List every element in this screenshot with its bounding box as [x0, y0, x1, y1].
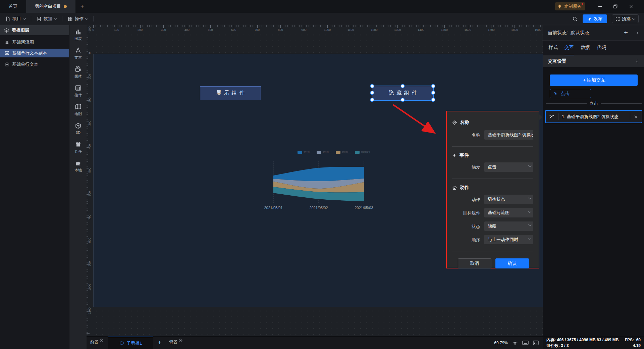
click-event-tag[interactable]: 点击 [550, 89, 591, 98]
component-count-stat: 组件数: 3 / 3 [546, 343, 569, 349]
selection-handle[interactable] [401, 85, 404, 88]
menu-project[interactable]: 项目 [0, 13, 31, 25]
layer-item[interactable]: 基础河流图 [0, 38, 69, 47]
add-state-icon[interactable]: + [624, 29, 628, 37]
layer-item-label: 基础单行文本副本 [12, 50, 47, 56]
ruler-label: 900 [88, 259, 91, 269]
dialog-divider [452, 251, 533, 251]
new-tab-button[interactable]: + [75, 0, 89, 13]
minimize-button[interactable] [592, 0, 608, 13]
restore-button[interactable] [608, 0, 623, 13]
tab-样式[interactable]: 样式 [548, 41, 558, 55]
menu-project-label: 项目 [12, 16, 21, 22]
tab-代码[interactable]: 代码 [597, 41, 606, 55]
action-select[interactable]: 切换状态 [484, 195, 533, 204]
close-button[interactable] [623, 0, 639, 13]
menu-data[interactable]: 数据 [31, 13, 62, 25]
add-foreground-icon[interactable] [99, 338, 104, 343]
selection-handle[interactable] [432, 85, 435, 88]
add-interaction-button[interactable]: ＋添加交互 [550, 74, 638, 86]
layer-item[interactable]: 基础单行文本 [0, 60, 69, 69]
add-background-icon[interactable] [178, 338, 183, 343]
river-chart-component[interactable]: 示例一示例二示例三示例四 2021/05/012021/05/022021/05… [267, 149, 371, 215]
target-component-select[interactable]: 基础河流图 [484, 208, 533, 217]
interaction-list-item[interactable]: 1. 基础平滑折线图2-切换状态 [545, 110, 642, 123]
chevron-down-icon [23, 17, 26, 20]
sidebar-item-图表[interactable]: 图表 [69, 25, 87, 44]
sidebar-item-label: 3D [76, 131, 80, 135]
chevron-down-icon [632, 17, 636, 20]
search-icon[interactable] [572, 16, 578, 22]
terminal-icon[interactable] [533, 340, 539, 345]
widget-icon [75, 85, 82, 91]
menu-operation[interactable]: 操作 [62, 13, 93, 25]
sidebar-item-label: 图表 [74, 36, 82, 41]
ruler-label: 1500 [441, 28, 448, 32]
sidebar-item-本地[interactable]: 本地 [69, 157, 87, 176]
legend-item[interactable]: 示例二 [317, 150, 332, 154]
legend-label: 示例一 [304, 150, 313, 154]
state-select[interactable]: 隐藏 [484, 221, 533, 231]
subboard-tab[interactable]: 子看板1 [108, 337, 153, 349]
selection-handle[interactable] [371, 85, 374, 88]
custom-service-badge[interactable]: 定制服务 [555, 2, 585, 10]
fit-screen-icon[interactable] [512, 340, 518, 346]
preview-button[interactable]: 预览 [612, 14, 639, 23]
add-board-button[interactable]: + [153, 337, 166, 349]
hide-component-button[interactable]: 隐藏组件 [372, 86, 434, 101]
sidebar-item-套件[interactable]: 套件 [69, 138, 87, 157]
trigger-select[interactable]: 点击 [484, 162, 533, 172]
tab-project[interactable]: 我的空白项目 [26, 0, 75, 13]
order-select[interactable]: 与上一动作同时 [484, 235, 533, 244]
interaction-dialog: 名称 名称 基础平滑折线图2-切换状 事件 触发 点击 动作 动作 切换状态 目… [446, 111, 539, 268]
foreground-label: 前景 [90, 339, 99, 345]
legend-label: 示例二 [323, 150, 332, 154]
zoom-level[interactable]: 69.79% [494, 341, 508, 345]
ruler-label: 800 [88, 235, 91, 245]
paper-plane-icon [587, 17, 592, 21]
text-component-icon [5, 62, 9, 67]
name-input[interactable]: 基础平滑折线图2-切换状 [484, 130, 533, 140]
selection-handle[interactable] [432, 91, 435, 94]
selection-handle[interactable] [432, 98, 435, 101]
ruler-label: 700 [88, 212, 91, 222]
dialog-row-action: 动作 切换状态 [447, 195, 539, 204]
sidebar-item-文本[interactable]: 文本 [69, 44, 87, 63]
sidebar-item-3D[interactable]: 3D [69, 119, 87, 138]
legend-swatch [355, 151, 360, 154]
status-box: 内存: 406 / 3675 / 4096 MB 83 / 489 MB FPS… [543, 336, 644, 349]
tab-数据[interactable]: 数据 [581, 41, 590, 55]
sidebar-item-控件[interactable]: 控件 [69, 82, 87, 100]
fullscreen-icon [615, 17, 620, 21]
notification-dot [582, 3, 583, 5]
selection-handle[interactable] [371, 98, 374, 101]
sidebar-item-label: 本地 [74, 168, 82, 173]
publish-button[interactable]: 发布 [583, 14, 607, 23]
legend-swatch [298, 151, 302, 154]
background-group[interactable]: 背景 [169, 337, 183, 349]
hide-component-label: 隐藏组件 [386, 90, 420, 97]
legend-item[interactable]: 示例三 [336, 150, 351, 154]
click-group-divider: 点击 [546, 100, 642, 106]
sidebar-item-地图[interactable]: 地图 [69, 100, 87, 119]
selection-handle[interactable] [401, 98, 404, 101]
ruler-label: 900 [302, 28, 307, 32]
remove-interaction-icon[interactable] [630, 115, 642, 119]
legend-label: 示例三 [342, 150, 351, 154]
confirm-button[interactable]: 确认 [495, 258, 529, 268]
tab-home[interactable]: 首页 [0, 0, 26, 13]
tab-交互[interactable]: 交互 [565, 41, 574, 55]
show-component-button[interactable]: 显示组件 [200, 86, 261, 100]
legend-item[interactable]: 示例一 [298, 150, 313, 154]
chevron-right-icon[interactable] [635, 31, 639, 35]
cancel-button[interactable]: 取消 [458, 258, 491, 268]
menu-data-label: 数据 [44, 16, 52, 22]
layer-item[interactable]: 基础单行文本副本 [0, 49, 69, 57]
interaction-settings-header: 交互设置 [543, 55, 644, 67]
selection-handle[interactable] [371, 91, 374, 94]
sidebar-item-媒体[interactable]: 媒体 [69, 63, 87, 82]
legend-item[interactable]: 示例四 [355, 150, 370, 154]
foreground-group[interactable]: 前景 [90, 337, 104, 349]
more-menu-icon[interactable] [635, 59, 639, 64]
keyboard-icon[interactable] [522, 340, 529, 345]
